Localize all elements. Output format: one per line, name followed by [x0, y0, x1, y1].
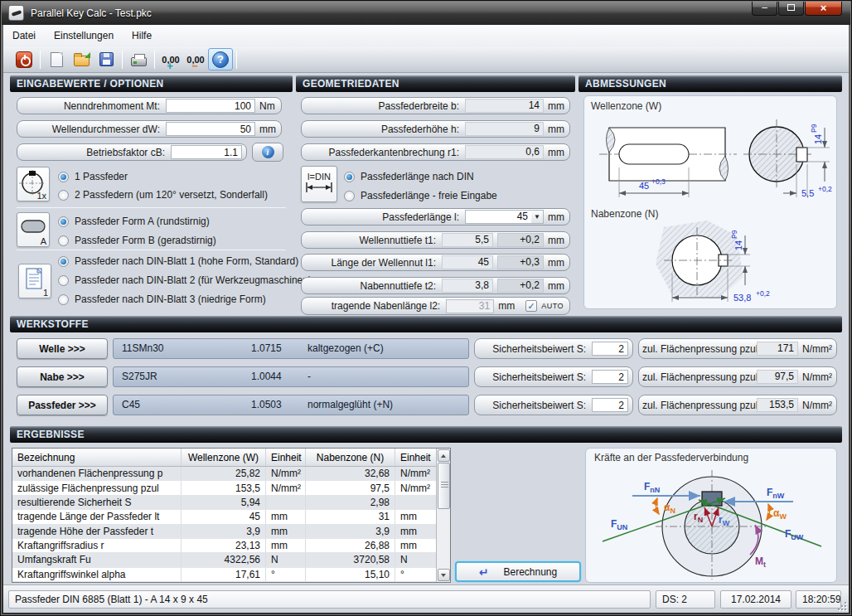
decimals-plus-icon: 0,00+: [162, 56, 179, 64]
resize-grip[interactable]: [836, 600, 846, 610]
table-row[interactable]: Kraftangriffswinkel alpha 17,61 ° 15,10 …: [12, 568, 436, 582]
abmessungen-panel: Wellenzone (W) 45 +0,3 14 P9 5,5 +0,2 Na…: [583, 95, 837, 309]
welle-sicherheit-input[interactable]: [592, 342, 628, 356]
title-bar: Parallel Key Calc - Test.pkc: [1, 1, 851, 25]
table-row[interactable]: Kraftangriffsradius r 23,13 mm 26,88 mm: [12, 539, 436, 553]
radio-icon: [58, 275, 69, 286]
results-table: Bezeichnung Wellenzone (W) Einheit Naben…: [12, 448, 451, 583]
dim-laenge-value: 45: [639, 181, 649, 191]
section-header-abmessungen: ABMESSUNGEN: [578, 75, 842, 92]
l2-value: 31: [446, 299, 494, 313]
table-row[interactable]: Umfangskraft Fu 4322,56 N 3720,58 N: [12, 553, 436, 567]
section-header-eingabewerte: EINGABEWERTE / OPTIONEN: [10, 75, 293, 92]
radio-form-b[interactable]: Passfeder Form B (geradstirnig): [58, 234, 216, 247]
radio-din-blatt-3[interactable]: Passfeder nach DIN-Blatt 3 (niedrige For…: [58, 293, 266, 306]
passfederlaenge-dropdown[interactable]: 45 ▼: [465, 210, 544, 224]
radio-din-blatt-2[interactable]: Passfeder nach DIN-Blatt 2 (für Werkzeug…: [58, 274, 312, 287]
decimals-minus-icon: 0,00−: [186, 56, 204, 64]
radio-2-passfedern[interactable]: 2 Passfedern (um 120° versetzt, Sonderfa…: [58, 188, 268, 201]
increase-decimals-button[interactable]: 0,00+: [158, 48, 183, 70]
dim-nabenbreite-tol: P9: [730, 230, 738, 239]
nenndrehmoment-input[interactable]: [166, 99, 255, 113]
row-kantenbrechung: Passfederkantenbrechung r1: 0,6 mm: [301, 143, 570, 161]
material-treatment: -: [307, 367, 311, 386]
betriebsfaktor-info-button[interactable]: i: [252, 143, 283, 162]
anzahl-icon-box: 1x: [17, 167, 50, 201]
toolbar-separator: [236, 51, 237, 69]
scroll-down-button[interactable]: [438, 569, 450, 581]
table-row[interactable]: resultierende Sicherheit S 5,94 2,98: [12, 496, 436, 510]
force-diagram: Kräfte an der Passfederverbindung FnN Fn…: [586, 449, 836, 582]
dim-laenge-tol: +0,3: [651, 177, 666, 186]
table-row[interactable]: tragende Länge der Passfeder lt 45 mm 31…: [12, 510, 436, 524]
wellendurchmesser-label: Wellendurchmesser dW:: [21, 124, 166, 135]
minimize-button[interactable]: –: [752, 0, 777, 16]
radio-form-a[interactable]: Passfeder Form A (rundstirnig): [58, 215, 210, 228]
radio-1-passfeder[interactable]: 1 Passfeder: [58, 170, 128, 183]
close-button[interactable]: ×: [805, 0, 842, 16]
wellendurchmesser-unit: mm: [255, 124, 277, 135]
radio-icon: [344, 172, 355, 182]
decrease-decimals-button[interactable]: 0,00−: [183, 48, 208, 70]
radio-laenge-din[interactable]: Passfederlänge nach DIN: [344, 170, 474, 183]
wellenzone-label: Wellenzone (W): [591, 100, 661, 112]
table-row[interactable]: tragende Höhe der Passfeder t 3,9 mm 3,9…: [12, 525, 436, 539]
radio-icon: [58, 216, 69, 227]
passfederhoehe-value: 9: [465, 122, 544, 136]
betriebsfaktor-input[interactable]: [171, 145, 242, 159]
maximize-button[interactable]: [778, 0, 804, 16]
table-row[interactable]: zulässige Flächenpressung pzul 153,5 N/m…: [12, 481, 436, 495]
nabe-sicherheit-input[interactable]: [592, 370, 628, 384]
wellendurchmesser-input[interactable]: [166, 122, 255, 136]
exit-button[interactable]: [12, 48, 36, 70]
help-button[interactable]: ?: [208, 48, 233, 70]
row-laenge-wellennut: Länge der Wellennut l1: 45 +0,3 mm: [301, 254, 570, 271]
dim-nabe-value: 53,8: [733, 293, 751, 303]
material-treatment: normalgeglüht (+N): [307, 395, 393, 415]
nabe-pressung-value: 97,5: [757, 370, 798, 384]
passfeder-sicherheit-input[interactable]: [592, 398, 628, 412]
force-label-fnw: FnW: [767, 487, 785, 500]
menu-hilfe[interactable]: Hilfe: [123, 27, 161, 45]
radio-icon: [58, 294, 69, 305]
save-floppy-icon: [99, 52, 114, 66]
status-bar: Passfeder DIN 6885 (Blatt 1) - A 14 x 9 …: [3, 584, 849, 613]
open-file-button[interactable]: [69, 48, 94, 70]
welle-material-button[interactable]: Welle >>>: [17, 338, 108, 359]
scroll-up-button[interactable]: [438, 449, 450, 462]
power-icon: [16, 51, 32, 68]
radio-din-blatt-1[interactable]: Passfeder nach DIN-Blatt 1 (hohe Form, S…: [58, 255, 298, 268]
nabe-material-button[interactable]: Nabe >>>: [17, 366, 108, 387]
berechnung-button[interactable]: ↵ Berechnung: [455, 561, 581, 582]
status-ds: DS: 2: [656, 590, 715, 609]
dropdown-arrow-icon[interactable]: ▼: [531, 210, 544, 224]
material-name: C45: [122, 395, 140, 415]
row-passfederbreite: Passfederbreite b: 14 mm: [301, 97, 570, 114]
radio-laenge-frei[interactable]: Passfederlänge - freie Eingabe: [344, 189, 497, 202]
menu-einstellungen[interactable]: Einstellungen: [45, 27, 123, 45]
table-row[interactable]: vorhandenen Flächenpressung p 25,82 N/mm…: [12, 467, 436, 481]
dimension-arrow-icon: [302, 182, 336, 193]
new-file-button[interactable]: [44, 48, 69, 70]
material-treatment: kaltgezogen (+C): [307, 339, 384, 358]
dim-nabe-tol: +0,2: [756, 289, 770, 298]
l1-value: 45: [442, 255, 493, 269]
nenndrehmoment-label: Nenndrehmoment Mt:: [21, 100, 166, 112]
menu-datei[interactable]: Datei: [3, 27, 45, 45]
t1-tolerance: +0,2: [497, 233, 544, 247]
row-wellennuttiefe: Wellennuttiefe t1: 5,5 +0,2 mm: [301, 231, 570, 249]
passfeder-material-button[interactable]: Passfeder >>>: [17, 395, 108, 415]
scrollbar-thumb[interactable]: [438, 463, 450, 509]
save-file-button[interactable]: [94, 48, 119, 70]
t2-value: 3,8: [442, 279, 493, 293]
l1-tolerance: +0,3: [497, 255, 544, 269]
table-scrollbar[interactable]: [436, 449, 450, 582]
auto-checkbox[interactable]: ✓: [525, 300, 537, 312]
app-icon: [8, 5, 24, 21]
dimension-drawing: Wellenzone (W) 45 +0,3 14 P9 5,5 +0,2 Na…: [584, 96, 836, 308]
check-icon: ✓: [528, 302, 535, 311]
print-button[interactable]: [126, 48, 151, 70]
angle-label-w: αW: [773, 507, 787, 521]
laenge-din-icon-box: l=DIN: [301, 166, 337, 202]
force-label-fun: FUN: [611, 518, 627, 531]
